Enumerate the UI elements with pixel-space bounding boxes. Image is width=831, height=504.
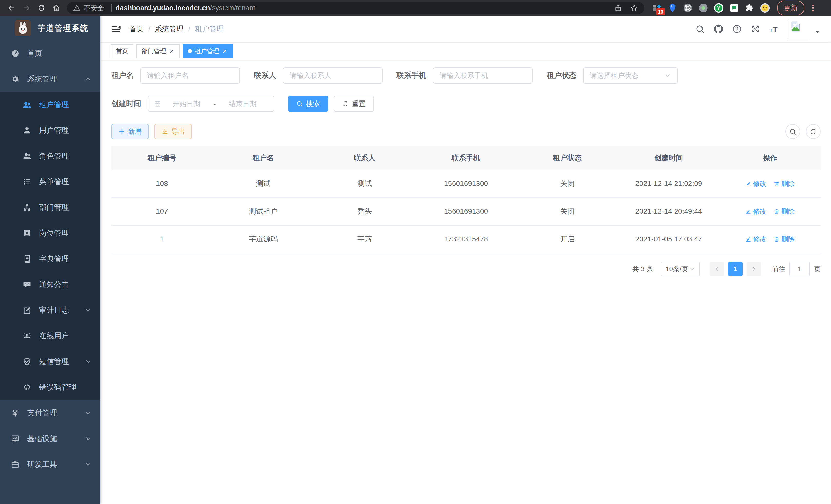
delete-link-label: 删除 bbox=[781, 235, 795, 244]
prev-page-button[interactable] bbox=[710, 262, 724, 276]
edit-link[interactable]: 修改 bbox=[745, 235, 767, 244]
browser-update-button[interactable]: 更新 bbox=[777, 1, 804, 16]
sidebar-item-post[interactable]: 岗位管理 bbox=[0, 220, 101, 246]
download-icon bbox=[162, 128, 168, 135]
refresh-table-button[interactable] bbox=[806, 124, 821, 139]
extension-balloon-icon[interactable] bbox=[667, 3, 677, 13]
avatar-caret-icon[interactable] bbox=[814, 29, 821, 35]
sidebar-item-tenant[interactable]: 租户管理 bbox=[0, 92, 101, 118]
breadcrumb-item[interactable]: 系统管理 bbox=[155, 24, 184, 34]
sidebar-item-audit[interactable]: 审计日志 bbox=[0, 297, 101, 323]
tab-close-icon[interactable] bbox=[169, 48, 174, 54]
sidebar-item-devtools[interactable]: 研发工具 bbox=[0, 452, 101, 477]
sidebar-item-label: 支付管理 bbox=[27, 408, 85, 418]
goto-page-input[interactable] bbox=[790, 262, 810, 276]
current-page-button[interactable]: 1 bbox=[728, 262, 743, 276]
sidebar-item-dept[interactable]: 部门管理 bbox=[0, 195, 101, 220]
cell-created: 2021-01-05 17:03:47 bbox=[618, 226, 719, 252]
tab-租户管理[interactable]: 租户管理 bbox=[183, 44, 233, 58]
page-size-select[interactable]: 10条/页 bbox=[661, 262, 700, 276]
sidebar-item-dict[interactable]: 字典管理 bbox=[0, 246, 101, 272]
sidebar-item-system[interactable]: 系统管理 bbox=[0, 66, 101, 92]
tab-close-icon[interactable] bbox=[222, 48, 227, 54]
sidebar-item-label: 租户管理 bbox=[39, 100, 92, 110]
sidebar-item-sms[interactable]: 短信管理 bbox=[0, 349, 101, 375]
delete-link[interactable]: 删除 bbox=[774, 235, 795, 244]
sidebar-item-user[interactable]: 用户管理 bbox=[0, 118, 101, 143]
extension-grid-icon[interactable]: 10 bbox=[652, 3, 662, 13]
reset-button[interactable]: 重置 bbox=[334, 95, 374, 112]
dict-book-icon bbox=[23, 255, 31, 263]
breadcrumb-item: 租户管理 bbox=[195, 24, 224, 34]
tab-首页[interactable]: 首页 bbox=[111, 44, 133, 58]
edit-link[interactable]: 修改 bbox=[745, 179, 767, 188]
sidebar-item-menu[interactable]: 菜单管理 bbox=[0, 169, 101, 195]
extension-badge: 10 bbox=[656, 8, 665, 16]
main-area: 首页/系统管理/租户管理 TT 首页部门管理租户管理 租户名 联系人 联系手机 bbox=[101, 16, 831, 504]
column-header: 租户状态 bbox=[517, 146, 618, 170]
edit-link[interactable]: 修改 bbox=[745, 207, 767, 216]
delete-link[interactable]: 删除 bbox=[774, 179, 795, 188]
help-icon[interactable] bbox=[732, 24, 742, 34]
phone-input[interactable] bbox=[433, 67, 533, 84]
cell-operations: 修改删除 bbox=[719, 198, 821, 225]
address-bar[interactable]: 不安全 dashboard.yudao.iocoder.cn/system/te… bbox=[67, 2, 644, 14]
fullscreen-icon[interactable] bbox=[751, 24, 760, 34]
export-button[interactable]: 导出 bbox=[154, 124, 192, 139]
browser-menu-icon[interactable] bbox=[808, 3, 818, 12]
edit-icon bbox=[745, 181, 751, 187]
add-button[interactable]: 新增 bbox=[111, 124, 149, 139]
extension-dot-icon[interactable] bbox=[698, 3, 708, 13]
extension-toolbar: 10 Y bbox=[652, 3, 770, 13]
font-size-icon[interactable]: TT bbox=[769, 24, 779, 34]
browser-forward-button[interactable] bbox=[21, 2, 32, 14]
edit-icon bbox=[745, 209, 751, 214]
sidebar-item-errcode[interactable]: 错误码管理 bbox=[0, 375, 101, 400]
browser-back-button[interactable] bbox=[6, 2, 18, 14]
sidebar-item-label: 研发工具 bbox=[27, 459, 85, 470]
tenant-name-input[interactable] bbox=[140, 67, 240, 84]
tab-部门管理[interactable]: 部门管理 bbox=[137, 44, 180, 58]
edit-link-label: 修改 bbox=[753, 179, 767, 188]
github-icon[interactable] bbox=[714, 24, 723, 34]
breadcrumb-separator: / bbox=[188, 25, 191, 33]
arrow-right-icon bbox=[751, 266, 757, 272]
sidebar-item-infra[interactable]: 基础设施 bbox=[0, 426, 101, 452]
sidebar-item-pay[interactable]: 支付管理 bbox=[0, 400, 101, 426]
create-time-range-picker[interactable]: 开始日期 - 结束日期 bbox=[148, 95, 274, 112]
extensions-puzzle-icon[interactable] bbox=[745, 3, 754, 13]
table-header-row: 租户编号租户名联系人联系手机租户状态创建时间操作 bbox=[111, 146, 821, 170]
logo-row[interactable]: 芋道管理系统 bbox=[0, 16, 101, 40]
extension-y-icon[interactable]: Y bbox=[714, 3, 724, 13]
sidebar-item-role[interactable]: 角色管理 bbox=[0, 143, 101, 169]
toggle-search-button[interactable] bbox=[785, 124, 800, 139]
sidebar-item-notice[interactable]: 通知公告 bbox=[0, 272, 101, 297]
bookmark-star-icon[interactable] bbox=[630, 4, 638, 12]
search-button[interactable]: 搜索 bbox=[288, 95, 328, 112]
profile-avatar-icon[interactable] bbox=[760, 3, 770, 13]
top-navbar: 首页/系统管理/租户管理 TT bbox=[101, 16, 831, 42]
browser-reload-button[interactable] bbox=[35, 2, 47, 14]
contact-input[interactable] bbox=[283, 67, 382, 84]
sidebar-toggle-button[interactable] bbox=[111, 24, 121, 34]
next-page-button[interactable] bbox=[747, 262, 761, 276]
browser-home-button[interactable] bbox=[50, 2, 62, 14]
breadcrumb-separator: / bbox=[148, 25, 150, 33]
user-avatar[interactable] bbox=[788, 19, 808, 39]
header-search-icon[interactable] bbox=[695, 24, 705, 34]
delete-link-label: 删除 bbox=[781, 179, 795, 188]
sidebar-item-label: 错误码管理 bbox=[39, 382, 92, 392]
delete-link[interactable]: 删除 bbox=[774, 207, 795, 216]
search-button-label: 搜索 bbox=[306, 99, 320, 109]
status-select[interactable]: 请选择租户状态 bbox=[583, 67, 678, 84]
chevron-down-icon bbox=[85, 358, 92, 365]
sidebar-item-home[interactable]: 首页 bbox=[0, 40, 101, 66]
extension-chat-icon[interactable] bbox=[729, 3, 739, 13]
sidebar-item-label: 首页 bbox=[27, 48, 92, 59]
error-code-icon bbox=[23, 383, 31, 392]
pagination-total: 共 3 条 bbox=[632, 265, 653, 274]
sidebar-item-online[interactable]: 在线用户 bbox=[0, 323, 101, 349]
share-icon[interactable] bbox=[614, 4, 622, 12]
extension-command-icon[interactable] bbox=[683, 3, 693, 13]
breadcrumb-item[interactable]: 首页 bbox=[129, 24, 144, 34]
